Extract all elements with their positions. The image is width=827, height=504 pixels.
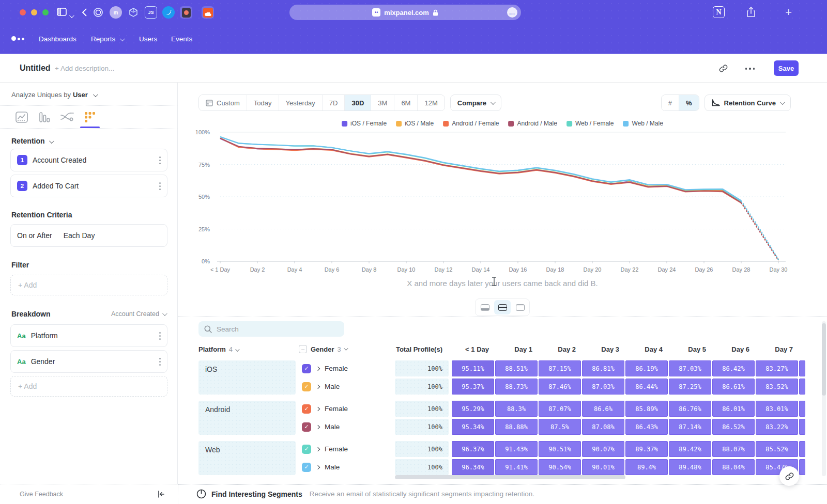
retention-cell[interactable]: 85.52%: [756, 441, 798, 457]
criteria-card[interactable]: On or After Each Day: [10, 224, 167, 247]
retention-cell[interactable]: 91.41%: [495, 459, 538, 475]
range-6m[interactable]: 6M: [394, 95, 418, 111]
legend-item[interactable]: Android / Male: [509, 120, 557, 127]
extension-cube-icon[interactable]: [127, 6, 140, 19]
retention-cell[interactable]: 86.52%: [712, 419, 755, 435]
range-today[interactable]: Today: [247, 95, 279, 111]
day-column-header[interactable]: Day 7: [756, 345, 798, 353]
chart-type-selector[interactable]: Retention Curve: [705, 94, 791, 111]
gender-row[interactable]: ✓ Male: [299, 459, 392, 475]
retention-cell[interactable]: 87.15%: [539, 360, 581, 376]
retention-cell[interactable]: 87.08%: [582, 419, 624, 435]
platform-cell[interactable]: Web: [198, 441, 296, 475]
platform-cell[interactable]: Android: [198, 401, 296, 435]
legend-item[interactable]: Web / Male: [623, 120, 663, 127]
tab-funnels[interactable]: [33, 107, 56, 127]
retention-cell[interactable]: 87.03%: [582, 379, 624, 395]
day-column-header[interactable]: Day 4: [625, 345, 668, 353]
retention-cell[interactable]: 88.73%: [495, 379, 538, 395]
extension-dark-icon[interactable]: [180, 6, 192, 19]
series-checkbox[interactable]: ✓: [302, 382, 311, 391]
total-column-header[interactable]: Total Profile(s): [395, 345, 449, 353]
legend-item[interactable]: iOS / Male: [396, 120, 434, 127]
series-checkbox[interactable]: ✓: [302, 404, 311, 414]
tab-flows[interactable]: [56, 107, 79, 127]
retention-cell[interactable]: 89.48%: [669, 459, 711, 475]
extension-js-icon[interactable]: JS: [145, 6, 157, 19]
find-segments-row[interactable]: Find Interesting Segments Receive an ema…: [196, 489, 534, 499]
give-feedback-link[interactable]: Give Feedback: [20, 491, 63, 498]
retention-cell[interactable]: 95.29%: [452, 401, 494, 417]
extension-cloud-icon[interactable]: [202, 6, 214, 19]
gender-row[interactable]: ✓ Female: [299, 441, 392, 457]
share-link-fab[interactable]: [779, 466, 799, 486]
gender-row[interactable]: ✓ Male: [299, 379, 392, 395]
compare-button[interactable]: Compare: [450, 94, 501, 111]
retention-line-chart[interactable]: [214, 130, 806, 265]
retention-cell[interactable]: 86.61%: [712, 379, 755, 395]
legend-item[interactable]: Web / Female: [566, 120, 614, 127]
layout-table-only-button[interactable]: [512, 300, 528, 314]
expand-chevron-icon[interactable]: [316, 447, 320, 451]
nav-reports[interactable]: Reports: [91, 35, 124, 43]
series-checkbox[interactable]: ✓: [302, 364, 311, 373]
retention-cell[interactable]: 95.37%: [452, 379, 494, 395]
retention-section-label[interactable]: Retention: [11, 136, 53, 146]
breakdown-options-icon[interactable]: [159, 332, 161, 340]
legend-item[interactable]: iOS / Female: [342, 120, 387, 127]
step-options-icon[interactable]: [159, 156, 161, 164]
criteria-secondary[interactable]: Each Day: [64, 231, 95, 240]
copy-link-icon[interactable]: [719, 64, 728, 73]
retention-cell[interactable]: 90.51%: [539, 441, 581, 457]
mixpanel-logo[interactable]: [11, 36, 24, 41]
extension-m-icon[interactable]: m: [110, 6, 122, 19]
retention-cell[interactable]: 86.43%: [625, 419, 668, 435]
retention-cell[interactable]: 96.37%: [452, 441, 494, 457]
gender-column-header[interactable]: – Gender3: [299, 345, 392, 353]
window-zoom-button[interactable]: [42, 9, 49, 15]
percent-toggle[interactable]: %: [679, 95, 699, 111]
more-options-icon[interactable]: [745, 68, 755, 70]
retention-cell[interactable]: 89.42%: [669, 441, 711, 457]
day-column-header[interactable]: Day 5: [669, 345, 711, 353]
retention-cell[interactable]: 86.6%: [582, 401, 624, 417]
retention-cell[interactable]: 86.44%: [625, 379, 668, 395]
retention-cell[interactable]: 83.22%: [756, 419, 798, 435]
breakdown-card-platform[interactable]: Aa Platform: [10, 324, 167, 347]
analyze-uniques-row[interactable]: Analyze Uniques byUser: [11, 91, 97, 99]
retention-cell[interactable]: 89.37%: [625, 441, 668, 457]
range-3m[interactable]: 3M: [371, 95, 394, 111]
collapse-sidebar-icon[interactable]: [157, 490, 165, 498]
layout-chart-only-button[interactable]: [477, 300, 493, 314]
step-card-2[interactable]: 2 Added To Cart: [10, 175, 167, 197]
gender-row[interactable]: ✓ Female: [299, 401, 392, 417]
number-toggle[interactable]: #: [662, 95, 679, 111]
url-bar[interactable]: •• mixpanel.com ...: [289, 5, 521, 20]
range-30d[interactable]: 30D: [345, 95, 371, 111]
retention-cell[interactable]: 83.27%: [756, 360, 798, 376]
expand-chevron-icon[interactable]: [316, 465, 320, 469]
tab-retention[interactable]: [79, 107, 101, 127]
tab-insights[interactable]: [10, 107, 33, 127]
platform-cell[interactable]: iOS: [198, 360, 296, 395]
expand-chevron-icon[interactable]: [316, 366, 320, 370]
legend-item[interactable]: Android / Female: [443, 120, 499, 127]
retention-cell[interactable]: 90.07%: [582, 441, 624, 457]
breakdown-options-icon[interactable]: [159, 358, 161, 366]
new-tab-icon[interactable]: +: [785, 6, 792, 19]
step-options-icon[interactable]: [159, 182, 161, 190]
retention-cell[interactable]: 86.76%: [669, 401, 711, 417]
retention-cell[interactable]: 91.43%: [495, 441, 538, 457]
retention-cell[interactable]: 83.01%: [756, 401, 798, 417]
expand-chevron-icon[interactable]: [316, 384, 320, 388]
add-description[interactable]: + Add description...: [55, 65, 114, 72]
save-button[interactable]: Save: [774, 60, 799, 76]
retention-cell[interactable]: 90.01%: [582, 459, 624, 475]
share-icon[interactable]: [746, 7, 756, 18]
retention-cell[interactable]: 87.5%: [539, 419, 581, 435]
table-search-input[interactable]: Search: [198, 321, 344, 337]
day-column-header[interactable]: Day 3: [582, 345, 624, 353]
retention-cell[interactable]: 88.3%: [495, 401, 538, 417]
filter-add-button[interactable]: + Add: [10, 275, 167, 295]
report-title[interactable]: Untitled: [20, 64, 51, 73]
